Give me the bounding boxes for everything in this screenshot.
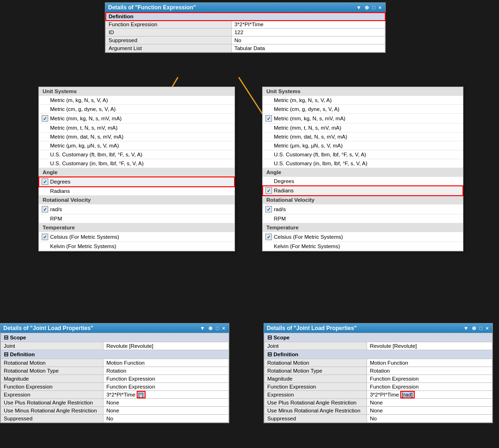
joint-row-right: Joint Revolute [Revolute] bbox=[264, 342, 492, 350]
suppressed-left: Suppressed No bbox=[1, 415, 229, 423]
metric-mm-dat-right[interactable]: Metric (mm, dat, N, s, mV, mA) bbox=[263, 132, 463, 141]
expression-row-right: Expression 3*2*PI*Time [rad] bbox=[264, 391, 492, 399]
metric-um-left[interactable]: Metric (μm, kg, μN, s, V, mA) bbox=[39, 141, 235, 150]
suppressed-label: Suppressed bbox=[106, 37, 232, 44]
radians-left[interactable]: Radians bbox=[39, 187, 235, 196]
kelvin-left[interactable]: Kelvin (For Metric Systems) bbox=[39, 242, 235, 251]
metric-mm-t-left[interactable]: Metric (mm, t, N, s, mV, mA) bbox=[39, 124, 235, 132]
suppressed-value-right: No bbox=[367, 415, 492, 423]
rads-right[interactable]: rad/s bbox=[263, 205, 463, 214]
us-ft-left[interactable]: U.S. Customary (ft, lbm, lbf, °F, s, V, … bbox=[39, 150, 235, 159]
plus-restriction-label-right: Use Plus Rotational Angle Restriction bbox=[264, 399, 367, 407]
metric-mm-t-right[interactable]: Metric (mm, t, N, s, mV, mA) bbox=[263, 124, 463, 132]
pin-icon-bl[interactable]: ▼ bbox=[199, 325, 206, 331]
plus-restriction-right: Use Plus Rotational Angle Restriction No… bbox=[264, 399, 492, 407]
metric-um-right[interactable]: Metric (μm, kg, μN, s, V, mA) bbox=[263, 141, 463, 150]
degrees-left[interactable]: Degrees bbox=[39, 177, 235, 187]
joint-load-left-title-bar[interactable]: Details of "Joint Load Properties" ▼ ⊕ □… bbox=[0, 323, 229, 333]
rpm-right[interactable]: RPM bbox=[263, 214, 463, 223]
joint-load-properties-left-panel: Details of "Joint Load Properties" ▼ ⊕ □… bbox=[0, 323, 229, 423]
minus-restriction-left: Use Minus Rotational Angle Restriction N… bbox=[1, 407, 229, 415]
suppressed-right: Suppressed No bbox=[264, 415, 492, 423]
minus-restriction-value-left: None bbox=[103, 407, 229, 415]
function-expression-title-bar[interactable]: Details of "Function Expression" ▼ ⊕ □ × bbox=[105, 3, 385, 12]
auto-hide-icon[interactable]: ⊕ bbox=[364, 5, 370, 11]
id-value: 122 bbox=[231, 29, 385, 37]
rotational-motion-type-value-right: Rotation bbox=[367, 367, 492, 375]
plus-restriction-value-left: None bbox=[103, 399, 229, 407]
rotational-motion-label-left: Rotational Motion bbox=[1, 359, 103, 367]
definition-header-row: Definition bbox=[106, 13, 385, 21]
joint-value-left: Revolute [Revolute] bbox=[103, 342, 229, 350]
close-icon-bl[interactable]: × bbox=[221, 325, 226, 331]
maximize-icon[interactable]: □ bbox=[371, 5, 376, 10]
rotational-motion-type-label-left: Rotational Motion Type bbox=[1, 367, 103, 375]
function-expression-table: Definition Function Expression 3*2*PI*Ti… bbox=[105, 12, 385, 52]
rads-left[interactable]: rad/s bbox=[39, 205, 235, 214]
temperature-section-left: Temperature bbox=[39, 223, 235, 232]
degrees-right[interactable]: Degrees bbox=[263, 177, 463, 186]
auto-hide-icon-br[interactable]: ⊕ bbox=[471, 325, 477, 331]
auto-hide-icon-bl[interactable]: ⊕ bbox=[207, 325, 213, 331]
rotational-motion-label-right: Rotational Motion bbox=[264, 359, 367, 367]
celsius-right[interactable]: Celsius (For Metric Systems) bbox=[263, 232, 463, 242]
joint-load-right-title: Details of "Joint Load Properties" bbox=[267, 325, 462, 331]
maximize-icon-bl[interactable]: □ bbox=[215, 325, 220, 331]
expression-value-left: 3*2*PI*Time [°] bbox=[103, 391, 229, 399]
suppressed-label-right: Suppressed bbox=[264, 415, 367, 423]
close-icon[interactable]: × bbox=[378, 5, 382, 10]
joint-load-right-title-bar[interactable]: Details of "Joint Load Properties" ▼ ⊕ □… bbox=[264, 323, 492, 333]
left-unit-panel: Unit Systems Metric (m, kg, N, s, V, A) … bbox=[38, 87, 235, 251]
function-expression-value: 3*2*PI*Time bbox=[231, 21, 385, 29]
us-in-left[interactable]: U.S. Customary (in, lbm, lbf, °F, s, V, … bbox=[39, 159, 235, 168]
metric-cm-left[interactable]: Metric (cm, g, dyne, s, V, A) bbox=[39, 105, 235, 114]
metric-m-right[interactable]: Metric (m, kg, N, s, V, A) bbox=[263, 96, 463, 105]
us-in-right[interactable]: U.S. Customary (in, lbm, lbf, °F, s, V, … bbox=[263, 159, 463, 168]
metric-mm-kg-left[interactable]: Metric (mm, kg, N, s, mV, mA) bbox=[39, 114, 235, 124]
minus-restriction-value-right: None bbox=[367, 407, 492, 415]
rpm-left[interactable]: RPM bbox=[39, 214, 235, 223]
us-ft-right[interactable]: U.S. Customary (ft, lbm, lbf, °F, s, V, … bbox=[263, 150, 463, 159]
joint-label-right: Joint bbox=[264, 342, 367, 350]
function-expression-row-left: Function Expression Function Expression bbox=[1, 383, 229, 391]
maximize-icon-br[interactable]: □ bbox=[478, 325, 484, 331]
rotational-motion-value-left: Motion Function bbox=[103, 359, 229, 367]
metric-mm-kg-right[interactable]: Metric (mm, kg, N, s, mV, mA) bbox=[263, 114, 463, 124]
function-expression-title: Details of "Function Expression" bbox=[108, 4, 355, 11]
rotational-motion-type-right: Rotational Motion Type Rotation bbox=[264, 367, 492, 375]
function-expression-label: Function Expression bbox=[106, 21, 232, 29]
function-expression-row-right: Function Expression Function Expression bbox=[264, 383, 492, 391]
joint-load-properties-right-panel: Details of "Joint Load Properties" ▼ ⊕ □… bbox=[264, 323, 493, 423]
plus-restriction-value-right: None bbox=[367, 399, 492, 407]
magnitude-value-right: Function Expression bbox=[367, 375, 492, 383]
rotational-motion-type-value-left: Rotation bbox=[103, 367, 229, 375]
unit-systems-section-right: Unit Systems bbox=[263, 87, 463, 96]
expression-value-right: 3*2*PI*Time [rad] bbox=[367, 391, 492, 399]
plus-restriction-label-left: Use Plus Rotational Angle Restriction bbox=[1, 399, 103, 407]
left-unit-list: Unit Systems Metric (m, kg, N, s, V, A) … bbox=[39, 87, 235, 251]
joint-label-left: Joint bbox=[1, 342, 103, 350]
function-expression-panel: Details of "Function Expression" ▼ ⊕ □ ×… bbox=[105, 2, 386, 53]
argument-list-label: Argument List bbox=[106, 44, 232, 52]
metric-m-left[interactable]: Metric (m, kg, N, s, V, A) bbox=[39, 96, 235, 105]
kelvin-right[interactable]: Kelvin (For Metric Systems) bbox=[263, 242, 463, 251]
close-icon-br[interactable]: × bbox=[485, 325, 490, 331]
title-bar-icons: ▼ ⊕ □ × bbox=[355, 5, 382, 11]
expression-row-left: Expression 3*2*PI*Time [°] bbox=[1, 391, 229, 399]
pin-icon[interactable]: ▼ bbox=[355, 5, 362, 10]
definition-header-right: ⊟ Definition bbox=[264, 350, 492, 359]
joint-load-left-title-icons: ▼ ⊕ □ × bbox=[199, 325, 226, 331]
right-unit-panel: Unit Systems Metric (m, kg, N, s, V, A) … bbox=[262, 87, 463, 251]
function-expression-row: Function Expression 3*2*PI*Time bbox=[106, 21, 385, 29]
id-label: ID bbox=[106, 29, 232, 37]
pin-icon-br[interactable]: ▼ bbox=[462, 325, 470, 331]
radians-right[interactable]: Radians bbox=[263, 186, 463, 196]
plus-restriction-left: Use Plus Rotational Angle Restriction No… bbox=[1, 399, 229, 407]
joint-load-right-title-icons: ▼ ⊕ □ × bbox=[462, 325, 490, 331]
metric-cm-right[interactable]: Metric (cm, g, dyne, s, V, A) bbox=[263, 105, 463, 114]
metric-mm-dat-left[interactable]: Metric (mm, dat, N, s, mV, mA) bbox=[39, 132, 235, 141]
celsius-left[interactable]: Celsius (For Metric Systems) bbox=[39, 232, 235, 242]
joint-row-left: Joint Revolute [Revolute] bbox=[1, 342, 229, 350]
suppressed-row: Suppressed No bbox=[106, 37, 385, 44]
argument-list-value: Tabular Data bbox=[231, 44, 385, 52]
